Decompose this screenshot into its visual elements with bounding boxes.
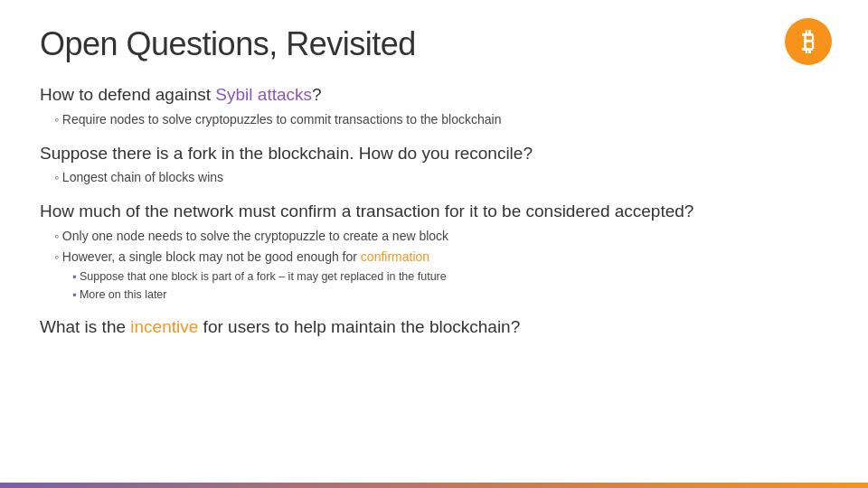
bullet-one-node-text: Only one node needs to solve the cryptop… (62, 229, 448, 243)
slide-title: Open Questions, Revisited (40, 25, 828, 63)
bullet-single-block: However, a single block may not be good … (54, 248, 828, 267)
question-sybil-text1: How to defend against (40, 85, 215, 104)
bullet-single-block-text1: However, a single block may not be good … (62, 249, 361, 264)
question-fork: Suppose there is a fork in the blockchai… (40, 142, 828, 165)
sub-bullet-more-later: More on this later (72, 286, 828, 304)
question-sybil-highlight: Sybil attacks (215, 85, 312, 104)
bullet-longest-chain: Longest chain of blocks wins (54, 168, 828, 187)
bullet-one-node: Only one node needs to solve the cryptop… (54, 227, 828, 246)
slide: ₿ Open Questions, Revisited How to defen… (0, 0, 868, 488)
section-incentive: What is the incentive for users to help … (40, 315, 828, 339)
question-sybil: How to defend against Sybil attacks? (40, 83, 828, 107)
bullet-single-block-highlight: confirmation (361, 249, 429, 264)
section-fork: Suppose there is a fork in the blockchai… (40, 142, 828, 188)
question-incentive: What is the incentive for users to help … (40, 315, 828, 339)
question-incentive-text1: What is the (40, 317, 130, 336)
section-confirm: How much of the network must confirm a t… (40, 200, 828, 303)
question-confirm: How much of the network must confirm a t… (40, 200, 828, 223)
sub-bullet-more-text: More on this later (80, 288, 167, 301)
sub-bullet-fork-text: Suppose that one block is part of a fork… (80, 270, 447, 283)
question-fork-text: Suppose there is a fork in the blockchai… (40, 144, 533, 163)
bullet-longest-chain-text: Longest chain of blocks wins (62, 170, 223, 184)
question-incentive-text2: for users to help maintain the blockchai… (198, 317, 520, 336)
bullet-cryptopuzzles-text: Require nodes to solve cryptopuzzles to … (62, 112, 502, 127)
question-confirm-text: How much of the network must confirm a t… (40, 202, 693, 221)
bitcoin-icon: ₿ (785, 18, 832, 65)
sub-bullet-fork-replaced: Suppose that one block is part of a fork… (72, 268, 828, 286)
bottom-bar (0, 483, 868, 488)
section-sybil: How to defend against Sybil attacks? Req… (40, 83, 828, 129)
bullet-cryptopuzzles: Require nodes to solve cryptopuzzles to … (54, 110, 828, 129)
question-sybil-text2: ? (312, 85, 322, 104)
bitcoin-symbol: ₿ (802, 27, 815, 57)
question-incentive-highlight: incentive (130, 317, 198, 336)
